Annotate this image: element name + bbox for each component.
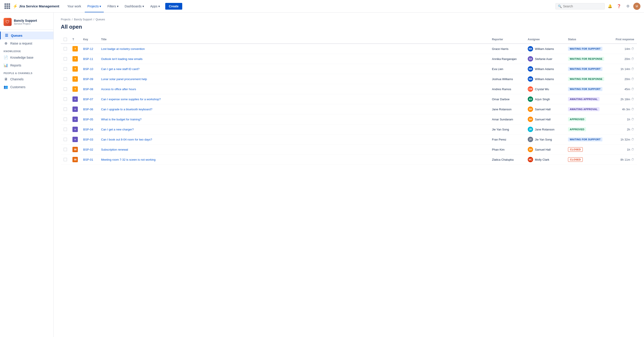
people-section-header: PEOPLE & CHANNELS <box>0 69 54 75</box>
assignee-name: Samuel Hall <box>535 118 550 121</box>
nav-apps[interactable]: Apps ▾ <box>148 3 162 10</box>
issue-key[interactable]: BSP-11 <box>83 57 93 61</box>
create-button[interactable]: Create <box>165 3 182 10</box>
settings-button[interactable]: ⚙ <box>624 3 632 10</box>
col-header-assignee: Assignee <box>525 35 565 44</box>
breadcrumb-bancly-support[interactable]: Bancly Support <box>74 18 92 21</box>
first-response-cell: 20m ⏱ <box>613 77 634 81</box>
issue-title[interactable]: Subscription renewal <box>98 145 489 155</box>
table-head: T Key Title Reporter Assignee Status Fir… <box>61 35 637 44</box>
issue-assignee: SA Stefanie Auer <box>528 56 562 62</box>
issue-title[interactable]: Can I expense some supplies for a worksh… <box>98 94 489 104</box>
type-icon: ✉ <box>72 157 78 162</box>
lightning-icon: ⚡ <box>13 4 18 9</box>
user-avatar[interactable]: U <box>633 3 640 10</box>
issue-key[interactable]: BSP-12 <box>83 47 93 51</box>
table-row: ? BSP-09 Lunar solar panel procurement h… <box>61 74 637 84</box>
issue-title[interactable]: Outlook isn't loading new emails <box>98 54 489 64</box>
row-checkbox[interactable] <box>64 47 67 51</box>
breadcrumb-projects[interactable]: Projects <box>61 18 70 21</box>
assignee-name: William Adams <box>535 67 554 71</box>
row-checkbox[interactable] <box>64 57 67 61</box>
search-input[interactable] <box>563 5 602 8</box>
issue-key[interactable]: BSP-04 <box>83 128 93 131</box>
row-checkbox[interactable] <box>64 67 67 71</box>
project-icon: 🛡 <box>4 18 12 26</box>
issue-title[interactable]: What is the budget for training? <box>98 114 489 124</box>
clock-icon: ⏱ <box>631 118 634 121</box>
issue-reporter: Fran Perez <box>489 135 525 145</box>
type-icon: ? <box>72 66 78 72</box>
sidebar-item-reports[interactable]: 📊 Reports <box>0 61 54 69</box>
sidebar-item-customers[interactable]: 👥 Customers <box>0 83 54 91</box>
sidebar-item-channels[interactable]: 🖥 Channels <box>0 75 54 83</box>
row-checkbox[interactable] <box>64 128 67 131</box>
assignee-name: Molly Clark <box>535 158 549 161</box>
assignee-avatar: JR <box>528 127 533 132</box>
search-box[interactable]: 🔍 <box>556 3 605 10</box>
first-response-value: 1h <box>627 118 630 121</box>
row-checkbox[interactable] <box>64 148 67 151</box>
sidebar-item-label: Queues <box>11 34 22 37</box>
issue-key[interactable]: BSP-03 <box>83 138 93 141</box>
issue-title[interactable]: Can I book out 8-04 room for two days? <box>98 135 489 145</box>
issue-title[interactable]: Meeting room 7-32 is sceen is not workin… <box>98 155 489 165</box>
issue-title[interactable]: Access to office after hours <box>98 84 489 94</box>
help-button[interactable]: ❓ <box>616 3 622 10</box>
nav-your-work[interactable]: Your work <box>64 3 84 10</box>
row-checkbox[interactable] <box>64 158 67 161</box>
assignee-name: Jie Yan Song <box>535 138 552 141</box>
assignee-name: Stefanie Auer <box>535 57 552 61</box>
issue-title[interactable]: Can I get a new staff ID card? <box>98 64 489 74</box>
issue-key[interactable]: BSP-08 <box>83 88 93 91</box>
first-response-value: 1h <box>627 148 630 151</box>
sidebar-item-queues[interactable]: ☰ Queues <box>0 32 54 39</box>
notifications-button[interactable]: 🔔 <box>606 3 614 10</box>
row-checkbox[interactable] <box>64 97 67 101</box>
row-checkbox[interactable] <box>64 118 67 121</box>
raise-request-icon: ⊕ <box>4 41 8 46</box>
brand-link[interactable]: ⚡ Jira Service Management <box>13 4 59 9</box>
col-header-status: Status <box>565 35 610 44</box>
nav-projects[interactable]: Projects ▾ <box>85 3 104 10</box>
clock-icon: ⏱ <box>631 158 634 161</box>
issue-title[interactable]: Lost badge at rocketry convention <box>98 44 489 54</box>
issue-key[interactable]: BSP-06 <box>83 108 93 111</box>
clock-icon: ⏱ <box>631 47 634 51</box>
breadcrumb-queues[interactable]: Queues <box>96 18 105 21</box>
issue-title[interactable]: Can I upgrade to a bluetooth keyboard? <box>98 104 489 114</box>
nav-filters[interactable]: Filters ▾ <box>105 3 121 10</box>
apps-grid-icon[interactable] <box>4 3 11 10</box>
nav-dashboards[interactable]: Dashboards ▾ <box>122 3 147 10</box>
first-response-value: 8h 11m <box>620 158 630 161</box>
row-checkbox[interactable] <box>64 138 67 141</box>
issue-key[interactable]: BSP-02 <box>83 148 93 151</box>
first-response-value: 20m <box>624 77 630 81</box>
sidebar-item-raise-request[interactable]: ⊕ Raise a request <box>0 39 54 47</box>
issue-key[interactable]: BSP-09 <box>83 77 93 81</box>
table-body: ? BSP-12 Lost badge at rocketry conventi… <box>61 44 637 165</box>
status-badge: WAITING FOR SUPPORT <box>568 47 602 51</box>
breadcrumb: Projects / Bancly Support / Queues <box>61 18 637 21</box>
row-checkbox[interactable] <box>64 107 67 111</box>
project-type: Service Project <box>14 22 37 25</box>
issue-key[interactable]: BSP-01 <box>83 158 93 161</box>
sidebar-item-label: Knowledge base <box>10 56 34 59</box>
row-checkbox[interactable] <box>64 77 67 81</box>
assignee-name: Crystal Wu <box>535 88 549 91</box>
sidebar-item-knowledge-base[interactable]: 📄 Knowledge base <box>0 54 54 61</box>
row-checkbox[interactable] <box>64 87 67 91</box>
issue-title[interactable]: Lunar solar panel procurement help <box>98 74 489 84</box>
nav-links: Your work Projects ▾ Filters ▾ Dashboard… <box>64 3 554 10</box>
select-all-checkbox[interactable] <box>64 38 67 41</box>
first-response-value: 45m <box>624 88 630 91</box>
issue-assignee: JR Jane Rotanson <box>528 127 562 132</box>
issue-key[interactable]: BSP-07 <box>83 98 93 101</box>
type-icon: ≡ <box>72 127 78 132</box>
issue-key[interactable]: BSP-10 <box>83 67 93 71</box>
first-response-cell: 1h 14m ⏱ <box>613 67 634 71</box>
chevron-down-icon: ▾ <box>100 5 101 8</box>
issue-title[interactable]: Can I get a new charger? <box>98 124 489 135</box>
assignee-avatar: CW <box>528 86 533 92</box>
issue-key[interactable]: BSP-05 <box>83 118 93 121</box>
